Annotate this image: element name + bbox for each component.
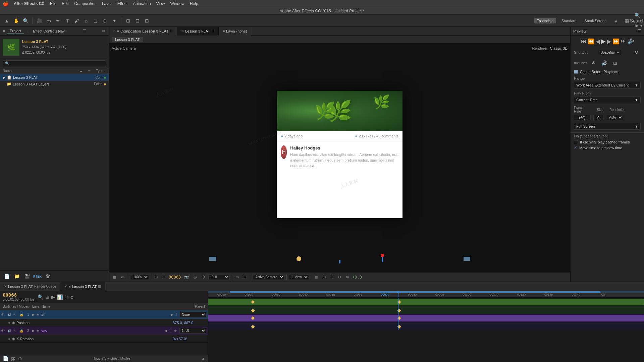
kf-left-handle[interactable]: [209, 257, 216, 261]
prev-play-btn[interactable]: ▶: [601, 38, 606, 45]
tl-layer-2[interactable]: 👁 🔊 ◎ 🔒 2 ▶ ★ Nav ◆ f ⊕ 1. UI: [0, 326, 208, 335]
kf-xrot-1[interactable]: [251, 325, 255, 328]
menu-item-effect[interactable]: Effect: [117, 1, 127, 6]
tool-puppet[interactable]: ✦: [110, 17, 118, 25]
comp-tab-lesson3flat-2[interactable]: ✕ Lesson 3 FLAT ☰: [177, 27, 219, 36]
tool-eraser[interactable]: ◻: [92, 17, 100, 25]
workspace-expand-btn[interactable]: »: [612, 17, 620, 25]
full-screen-dropdown[interactable]: Full Screen ▼: [574, 123, 641, 130]
tl-prop-stop[interactable]: ◉: [12, 321, 15, 324]
range-dropdown[interactable]: Work Area Extended By Current ▼: [574, 82, 641, 88]
tl-solo-star-2[interactable]: ★: [36, 329, 39, 333]
kf-xrot-2[interactable]: [397, 325, 401, 328]
shortcut-dropdown[interactable]: Spacebar ▼: [599, 50, 622, 55]
workspace-icon-btn[interactable]: ▦: [623, 17, 631, 25]
include-overlays-btn[interactable]: ⊞: [611, 59, 619, 67]
tool-pen[interactable]: ✒: [54, 17, 62, 25]
vc-btn3[interactable]: ⊟: [329, 274, 335, 280]
frame-rate-input[interactable]: [574, 115, 591, 120]
kf-center-handle[interactable]: [297, 256, 301, 261]
vc-pixel-btn[interactable]: ⬡: [200, 274, 206, 280]
panel-tab-project[interactable]: Project: [7, 28, 24, 34]
tl-expand-2[interactable]: ▶: [32, 329, 35, 333]
new-comp-btn[interactable]: 🎬: [23, 272, 31, 280]
menu-item-animation[interactable]: Animation: [133, 1, 151, 6]
vc-grid-btn[interactable]: ⊞: [153, 274, 159, 280]
expand-pane-btn[interactable]: ▲: [202, 357, 205, 360]
prev-back-frame-btn[interactable]: ◀: [596, 38, 600, 45]
kf-pos-2[interactable]: [397, 309, 401, 312]
vc-zoom-select[interactable]: 100%50%200%: [130, 274, 149, 280]
menu-item-window[interactable]: Window: [170, 1, 184, 6]
tl-solo-star-1[interactable]: ★: [36, 313, 39, 316]
vc-motion-blur[interactable]: ◎: [192, 274, 198, 280]
tl-vis-1[interactable]: 👁: [1, 313, 6, 316]
new-folder-btn[interactable]: 📁: [13, 272, 21, 280]
kf-pos-1[interactable]: [251, 309, 255, 312]
tl-3d-2[interactable]: ⊕: [174, 329, 177, 333]
workspace-small-screen[interactable]: Small Screen: [582, 18, 609, 23]
tl-lock-1[interactable]: 🔒: [19, 313, 24, 316]
search-help-btn[interactable]: 🔍 Search Help: [633, 17, 641, 25]
tl-prop-keyframe[interactable]: ◈: [8, 321, 11, 324]
tl-shapes-btn[interactable]: ◇: [65, 294, 68, 300]
tool-camera-orbit[interactable]: 🎥: [35, 17, 43, 25]
workspace-essentials[interactable]: Essentials: [534, 18, 556, 23]
tool-arrow[interactable]: ▲: [3, 17, 11, 25]
prev-fwd-btn[interactable]: ⏩: [612, 38, 619, 45]
prev-last-btn[interactable]: ⏭: [621, 38, 626, 44]
delete-btn[interactable]: 🗑: [44, 272, 52, 280]
tl-fx-1[interactable]: f: [176, 313, 177, 316]
vc-camera-icon[interactable]: 📷: [183, 274, 190, 280]
tl-new-layer-btn[interactable]: 📄: [3, 356, 8, 361]
tool-text[interactable]: T: [63, 17, 71, 25]
vc-snap-btn2[interactable]: ⊟: [161, 274, 167, 280]
workspace-standard[interactable]: Standard: [559, 18, 579, 23]
tl-tab-lesson3flat[interactable]: ✕ ■ Lesson 3 FLAT ☰: [60, 282, 105, 291]
menu-item-edit[interactable]: Edit: [62, 1, 69, 6]
tool-brush[interactable]: 🖌: [73, 17, 81, 25]
apple-logo-icon[interactable]: 🍎: [3, 1, 8, 6]
skip-input[interactable]: [593, 115, 603, 120]
toggle-switches-label[interactable]: Toggle Switches / Modes: [25, 357, 199, 360]
project-search-input[interactable]: [3, 60, 106, 66]
tl-prop-stop-2[interactable]: ◉: [12, 337, 15, 341]
vc-btn2[interactable]: ⊞: [321, 274, 327, 280]
tool-clone[interactable]: ⌂: [82, 17, 90, 25]
preview-menu-icon[interactable]: ☰: [638, 29, 641, 33]
vc-btn5[interactable]: ⊕: [344, 274, 350, 280]
tl-quality-1[interactable]: ◆: [170, 313, 173, 316]
new-item-btn[interactable]: 📄: [3, 272, 11, 280]
tl-new-guide-btn[interactable]: ⊕: [18, 356, 22, 361]
tl-quality-2[interactable]: ◆: [165, 329, 168, 333]
include-video-btn[interactable]: 👁: [590, 59, 598, 67]
tl-fx-2[interactable]: f: [170, 329, 171, 333]
panel-close-btn[interactable]: ≫: [102, 29, 106, 33]
vc-btn1[interactable]: ▦: [313, 274, 319, 280]
tl-prop-kf-2[interactable]: ◈: [8, 337, 11, 341]
menu-item-help[interactable]: Help: [190, 1, 198, 6]
tl-motion-btn[interactable]: ▶: [51, 294, 55, 300]
tool-roto[interactable]: ⊕: [101, 17, 109, 25]
comp-tab-lesson3flat-1[interactable]: ✕ ■ Composition Lesson 3 FLAT ☰: [109, 27, 177, 36]
tl-audio-2[interactable]: 🔊: [7, 329, 12, 333]
tl-solo-1[interactable]: ◎: [13, 313, 18, 316]
tool-hand[interactable]: ✋: [12, 17, 20, 25]
tool-align2[interactable]: ⊟: [133, 17, 142, 25]
menu-item-file[interactable]: File: [50, 1, 56, 6]
vc-snap-btn[interactable]: ▦: [112, 274, 118, 280]
resolution-select[interactable]: AutoFullHalf: [606, 115, 623, 120]
prev-back-btn[interactable]: ⏪: [588, 38, 594, 45]
tl-new-solid-btn[interactable]: ▦: [11, 356, 15, 361]
prev-fwd-frame-btn[interactable]: ▶: [607, 38, 611, 45]
tl-solo-2[interactable]: ◎: [13, 329, 18, 333]
if-caching-checkbox[interactable]: [574, 140, 578, 144]
menu-item-composition[interactable]: Composition: [74, 1, 97, 6]
tl-layer-1[interactable]: 👁 🔊 ◎ 🔒 1 ▶ ★ UI ◆ f None: [0, 310, 208, 319]
tl-keyframe-btn[interactable]: ⌀: [70, 294, 73, 300]
cache-checkbox[interactable]: [574, 70, 578, 74]
tool-3d[interactable]: ⊡: [143, 17, 151, 25]
tool-zoom[interactable]: 🔍: [21, 17, 30, 25]
vc-region-btn[interactable]: ▭: [120, 274, 126, 280]
tl-tab-menu[interactable]: ☰: [98, 285, 101, 288]
